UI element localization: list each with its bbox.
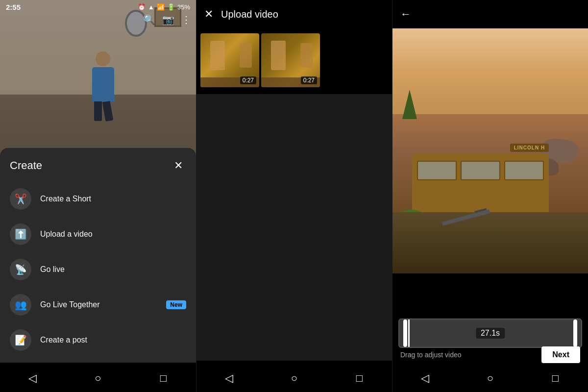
create-short-icon: ✂️ (10, 188, 31, 210)
search-icon[interactable]: 🔍 (143, 14, 155, 25)
trim-handle-right[interactable] (573, 319, 577, 347)
create-sheet: Create ✕ ✂️ Create a Short ⬆️ Upload a v… (0, 148, 196, 363)
go-live-item[interactable]: 📡 Go live (0, 252, 196, 287)
next-button[interactable]: Next (541, 346, 580, 363)
trim-bar[interactable]: 27.1s (398, 318, 582, 348)
thumbnail-2-duration: 0:27 (301, 76, 317, 84)
panel-video-editor: ← LINCOLN H 27.1s (392, 0, 588, 392)
game-bus: LINCOLN H (412, 153, 549, 212)
new-badge: New (166, 300, 186, 309)
thumb-figure-2 (240, 43, 252, 68)
thumb-figure-3 (271, 41, 286, 70)
video-background (0, 0, 196, 172)
bus-window-3 (504, 161, 544, 180)
create-short-item[interactable]: ✂️ Create a Short (0, 181, 196, 217)
trim-duration-label: 27.1s (476, 328, 505, 339)
bus-window-1 (417, 161, 457, 180)
go-live-together-item[interactable]: 👥 Go Live Together New (0, 287, 196, 322)
nav-recents-button-3[interactable]: □ (545, 368, 566, 389)
go-live-label: Go live (40, 265, 65, 274)
status-icons: ⏰ ▲ 📶 🔋 35% (138, 3, 190, 11)
go-live-icon: 📡 (10, 259, 31, 280)
bus-sign: LINCOLN H (510, 144, 549, 152)
nav-home-button-2[interactable]: ○ (284, 368, 305, 389)
editor-back-button[interactable]: ← (400, 8, 411, 21)
nav-home-button[interactable]: ○ (87, 368, 109, 389)
nav-home-button-3[interactable]: ○ (480, 368, 501, 389)
go-live-together-icon: 👥 (10, 294, 31, 316)
battery-icon: 🔋 (167, 3, 175, 11)
thumbnails-row: 0:27 0:27 (196, 28, 392, 92)
create-title: Create (10, 159, 42, 172)
bottom-nav-1: ◁ ○ □ (0, 365, 196, 392)
nav-back-button[interactable]: ◁ (22, 368, 44, 389)
upload-title: Upload video (221, 9, 278, 20)
create-close-button[interactable]: ✕ (171, 158, 186, 173)
camera-icon[interactable]: 📷 (162, 14, 174, 25)
video-thumbnail-1[interactable]: 0:27 (200, 33, 259, 87)
nav-back-button-2[interactable]: ◁ (219, 368, 240, 389)
wifi-icon: ▲ (148, 3, 154, 11)
panel-upload-video: ✕ Upload video 0:27 0:27 ◁ ○ □ (196, 0, 392, 392)
status-bar: 2:55 ⏰ ▲ 📶 🔋 35% (0, 0, 196, 14)
room-scene (0, 0, 196, 172)
create-post-item[interactable]: 📝 Create a post (0, 322, 196, 358)
upload-video-item[interactable]: ⬆️ Upload a video (0, 217, 196, 252)
trim-playhead[interactable] (408, 318, 410, 348)
thumb-figure-4 (300, 43, 313, 68)
bottom-nav-3: ◁ ○ □ (392, 365, 588, 392)
editor-header: ← (392, 0, 588, 28)
upload-video-icon: ⬆️ (10, 223, 31, 245)
video-overlay (0, 0, 196, 172)
upload-header: ✕ Upload video (196, 0, 392, 28)
create-post-icon: 📝 (10, 329, 31, 351)
alarm-icon: ⏰ (138, 3, 146, 11)
game-ground (392, 212, 588, 273)
nav-back-button-3[interactable]: ◁ (415, 368, 436, 389)
create-short-label: Create a Short (40, 195, 91, 203)
thumb-figure-1 (210, 41, 225, 70)
bottom-nav-2: ◁ ○ □ (196, 365, 392, 392)
thumbnail-1-duration: 0:27 (240, 76, 256, 84)
nav-recents-button[interactable]: □ (152, 368, 174, 389)
game-scene: LINCOLN H (392, 28, 588, 273)
create-post-label: Create a post (40, 336, 87, 344)
upload-close-button[interactable]: ✕ (204, 8, 213, 21)
status-time: 2:55 (6, 3, 21, 11)
drag-hint-text: Drag to adjust video (400, 351, 462, 359)
upload-video-label: Upload a video (40, 230, 93, 239)
bus-window-2 (461, 161, 500, 180)
battery-percent: 35% (177, 3, 190, 11)
more-icon[interactable]: ⋮ (181, 14, 191, 25)
upload-content-area (196, 94, 392, 361)
top-bar-icons: 🔍 📷 ⋮ (143, 14, 191, 25)
panel-youtube-app: 2:55 ⏰ ▲ 📶 🔋 35% 🔍 📷 ⋮ (0, 0, 196, 392)
video-preview: LINCOLN H (392, 28, 588, 273)
signal-icon: 📶 (157, 3, 165, 11)
go-live-together-label: Go Live Together (40, 300, 100, 309)
editor-bottom-bar: Drag to adjust video Next (392, 345, 588, 365)
create-header: Create ✕ (0, 158, 196, 181)
nav-recents-button-2[interactable]: □ (349, 368, 370, 389)
game-sky (392, 28, 588, 114)
video-thumbnail-2[interactable]: 0:27 (261, 33, 320, 87)
game-bus-windows (417, 161, 544, 180)
trim-handle-left[interactable] (403, 319, 407, 347)
